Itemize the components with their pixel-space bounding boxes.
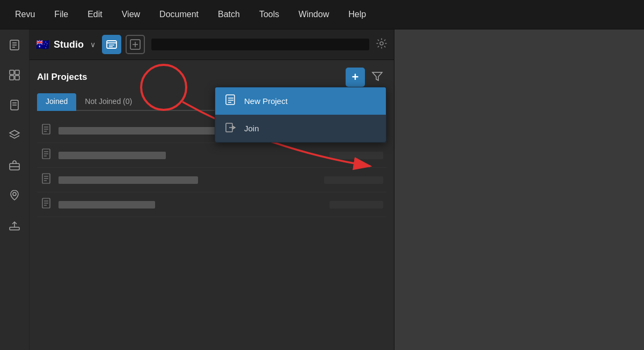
- tab-joined[interactable]: Joined: [37, 93, 76, 111]
- project-file-icon: [40, 173, 53, 187]
- project-name-redacted: [58, 201, 155, 208]
- menu-help[interactable]: Help: [339, 6, 376, 23]
- project-file-icon: [40, 124, 53, 137]
- svg-rect-6: [10, 76, 14, 80]
- right-panel: [394, 29, 644, 350]
- sidebar: [0, 29, 30, 350]
- project-item[interactable]: [37, 168, 386, 192]
- filter-button[interactable]: [368, 68, 386, 87]
- project-date-redacted: [330, 152, 383, 159]
- tab-not-joined[interactable]: Not Joined (0): [76, 93, 141, 111]
- menubar: Revu File Edit View Document Batch Tools…: [0, 0, 644, 29]
- menu-window[interactable]: Window: [289, 6, 339, 23]
- project-file-icon: [40, 198, 53, 211]
- main-layout: 🇦🇺 Studio ∨ All Projects +: [0, 29, 644, 350]
- sidebar-location-icon[interactable]: [4, 185, 25, 205]
- panel-area: 🇦🇺 Studio ∨ All Projects +: [30, 29, 394, 350]
- panel-header: 🇦🇺 Studio ∨: [30, 29, 394, 60]
- menu-file[interactable]: File: [45, 6, 78, 23]
- svg-rect-15: [10, 227, 19, 230]
- new-project-label: New Project: [244, 96, 288, 106]
- svg-rect-7: [15, 76, 19, 80]
- studio-chevron[interactable]: ∨: [88, 39, 98, 50]
- studio-label: Studio: [54, 39, 84, 50]
- projects-title: All Projects: [37, 72, 87, 83]
- sidebar-layers-icon[interactable]: [4, 125, 25, 145]
- svg-point-14: [13, 192, 16, 196]
- menu-document[interactable]: Document: [150, 6, 208, 23]
- menu-revu[interactable]: Revu: [5, 6, 45, 23]
- dropdown-menu: New Project Join: [215, 87, 386, 143]
- sidebar-document-icon[interactable]: [4, 35, 25, 55]
- project-item[interactable]: [37, 143, 386, 168]
- sidebar-page-icon[interactable]: [4, 95, 25, 115]
- menu-edit[interactable]: Edit: [78, 6, 112, 23]
- svg-rect-26: [226, 95, 235, 105]
- project-name-redacted: [58, 127, 241, 135]
- project-name-redacted: [58, 176, 198, 184]
- svg-marker-11: [10, 130, 19, 136]
- project-date-redacted: [324, 176, 383, 184]
- svg-rect-17: [107, 41, 116, 48]
- join-label: Join: [244, 124, 259, 133]
- studio-sessions-button[interactable]: [102, 35, 121, 54]
- settings-icon[interactable]: [376, 38, 387, 52]
- sidebar-export-icon[interactable]: [4, 215, 25, 235]
- join-icon: [224, 121, 238, 136]
- flag-icon: 🇦🇺: [36, 38, 49, 51]
- menu-view[interactable]: View: [112, 6, 150, 23]
- svg-point-24: [380, 42, 383, 45]
- menu-tools[interactable]: Tools: [250, 6, 289, 23]
- new-project-icon: [224, 94, 238, 108]
- dropdown-join[interactable]: Join: [215, 115, 386, 142]
- redacted-info: [151, 39, 369, 50]
- svg-rect-5: [15, 70, 19, 75]
- projects-header: All Projects + New Project: [37, 68, 386, 87]
- project-file-icon: [40, 148, 53, 162]
- menu-batch[interactable]: Batch: [208, 6, 250, 23]
- projects-section: All Projects + New Project: [30, 60, 394, 114]
- project-item[interactable]: [37, 192, 386, 217]
- header-actions: + New Project: [346, 68, 386, 87]
- studio-connect-button[interactable]: [126, 35, 145, 54]
- project-date-redacted: [330, 201, 383, 208]
- sidebar-toolbox-icon[interactable]: [4, 155, 25, 175]
- dropdown-new-project[interactable]: New Project: [215, 87, 386, 115]
- svg-marker-25: [372, 72, 382, 80]
- add-project-button[interactable]: +: [346, 68, 365, 87]
- svg-rect-4: [10, 70, 14, 75]
- sidebar-grid-icon[interactable]: [4, 65, 25, 85]
- project-name-redacted: [58, 152, 166, 159]
